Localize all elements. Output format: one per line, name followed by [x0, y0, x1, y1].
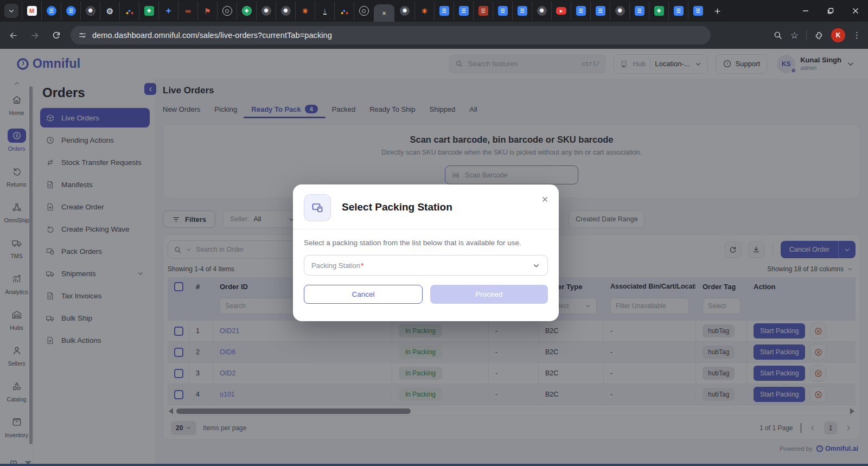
browser-tab[interactable]: ✚ [649, 2, 668, 20]
window-minimize-button[interactable] [793, 0, 818, 22]
browser-tab[interactable]: ☰ [668, 2, 688, 20]
reload-button[interactable] [48, 27, 65, 44]
tab-favicon: ☰ [439, 6, 449, 16]
window-controls [793, 0, 868, 22]
bookmark-star-icon[interactable]: ☆ [790, 30, 799, 41]
browser-tab[interactable]: ✺ [610, 2, 629, 20]
browser-tab[interactable]: ☰ [473, 2, 493, 20]
tab-favicon: ☰ [693, 6, 703, 16]
tab-favicon: ↓ [320, 6, 330, 16]
zoom-icon[interactable] [773, 30, 783, 40]
browser-tab[interactable]: ☰ [590, 2, 610, 20]
tab-favicon: ✚ [654, 6, 664, 16]
tab-favicon: ● [340, 6, 349, 16]
browser-tab[interactable] [217, 2, 237, 20]
browser-tab[interactable]: ☰ [61, 2, 80, 20]
browser-tab[interactable]: ☰ [434, 2, 454, 20]
extensions-icon[interactable] [814, 31, 824, 40]
tab-favicon: ▸ [556, 7, 566, 15]
tab-favicon: ∞ [183, 6, 193, 16]
toolbar-right: ☆ K ⋮ [773, 28, 868, 42]
browser-tab[interactable]: ✳ [414, 2, 434, 20]
browser-tab[interactable]: ∞ [178, 2, 197, 20]
tab-favicon: ✦ [164, 6, 174, 16]
packing-station-select[interactable]: Packing Station* [304, 255, 548, 276]
tab-favicon: ✺ [86, 6, 95, 16]
bottom-edge-strip [0, 464, 868, 466]
browser-toolbar: demo.dashboard.omniful.com/sales/live-or… [0, 22, 868, 49]
url-text[interactable]: demo.dashboard.omniful.com/sales/live-or… [92, 31, 332, 40]
tab-favicon: ✺ [400, 6, 410, 16]
tab-favicon: ⚑ [203, 6, 213, 16]
tab-favicon: ☰ [498, 6, 508, 16]
browser-tab[interactable]: ✺ [80, 2, 100, 20]
select-packing-station-modal: Select Packing Station Select a packing … [293, 184, 559, 321]
browser-tab[interactable] [354, 2, 373, 20]
browser-tab[interactable]: × [374, 4, 394, 22]
modal-title: Select Packing Station [342, 201, 452, 213]
browser-profile-avatar[interactable]: K [831, 28, 845, 42]
packing-station-icon [304, 194, 331, 221]
browser-tab[interactable]: ✳ [295, 2, 315, 20]
site-settings-icon[interactable] [78, 31, 87, 40]
tab-favicon: ✳ [420, 6, 430, 16]
browser-tab[interactable]: ✺ [276, 2, 295, 20]
required-asterisk: * [361, 261, 363, 270]
tab-favicon: × [379, 8, 389, 18]
browser-tab[interactable]: ✦ [158, 2, 178, 20]
tab-favicon: ✳ [301, 6, 310, 16]
tab-favicon: ☰ [518, 6, 527, 16]
browser-tab[interactable]: ↓ [315, 2, 334, 20]
browser-tab[interactable]: ✺ [532, 2, 551, 20]
tab-favicon: ✺ [615, 6, 625, 16]
cancel-button[interactable]: Cancel [304, 285, 423, 304]
address-bar[interactable]: demo.dashboard.omniful.com/sales/live-or… [71, 26, 711, 44]
browser-tab[interactable]: ⚑ [197, 2, 217, 20]
tab-favicon: ✺ [261, 6, 271, 16]
proceed-button[interactable]: Proceed [430, 285, 548, 304]
browser-tab[interactable]: ☰ [493, 2, 512, 20]
tab-favicon: ☰ [674, 6, 684, 16]
tab-favicon [359, 6, 369, 16]
browser-tab[interactable]: ✺ [395, 2, 414, 20]
new-tab-button[interactable] [710, 3, 725, 18]
tab-favicon: ✺ [281, 6, 291, 16]
tab-favicon: ☰ [66, 6, 76, 16]
browser-tab[interactable]: ☰ [41, 2, 61, 20]
browser-tab[interactable]: M [22, 2, 41, 20]
modal-footer: Cancel Proceed [293, 276, 559, 304]
browser-tab[interactable]: ☰ [454, 2, 473, 20]
tab-favicon: ✺ [537, 6, 547, 16]
toolbar-divider [806, 30, 807, 41]
browser-tab[interactable]: ✺ [256, 2, 276, 20]
packing-station-placeholder: Packing Station [311, 261, 360, 270]
chevron-down-icon [532, 261, 540, 270]
tab-favicon: ☰ [478, 6, 488, 16]
tab-favicon: ✚ [144, 6, 154, 16]
window-maximize-button[interactable] [818, 0, 843, 22]
browser-tab[interactable]: ✚ [237, 2, 256, 20]
close-icon[interactable] [541, 195, 549, 203]
tab-search-button[interactable] [4, 4, 18, 18]
tab-favicon: ☰ [47, 6, 56, 16]
browser-tab[interactable]: ✚ [139, 2, 158, 20]
forward-button[interactable] [26, 27, 43, 44]
browser-tab[interactable]: ⚙ [100, 2, 119, 20]
browser-tab[interactable]: ☰ [688, 2, 707, 20]
browser-menu-icon[interactable]: ⋮ [853, 30, 861, 40]
tab-favicon: ● [125, 6, 135, 16]
window-close-button[interactable] [843, 0, 868, 22]
back-button[interactable] [4, 27, 22, 44]
tab-favicon [222, 6, 232, 16]
tab-favicon: ☰ [635, 6, 644, 16]
browser-tab[interactable]: ☰ [512, 2, 532, 20]
browser-tab[interactable]: ● [334, 2, 354, 20]
browser-tab[interactable]: ▸ [551, 2, 571, 20]
browser-tab[interactable]: ☰ [571, 2, 590, 20]
screen: M ☰ ☰ ✺ ⚙ ● [0, 0, 868, 466]
tab-favicon: M [27, 6, 37, 16]
tab-favicon: ☰ [459, 6, 469, 16]
browser-tabs: M ☰ ☰ ✺ ⚙ ● [22, 0, 707, 22]
browser-tab[interactable]: ● [119, 2, 139, 20]
browser-tab[interactable]: ☰ [629, 2, 649, 20]
